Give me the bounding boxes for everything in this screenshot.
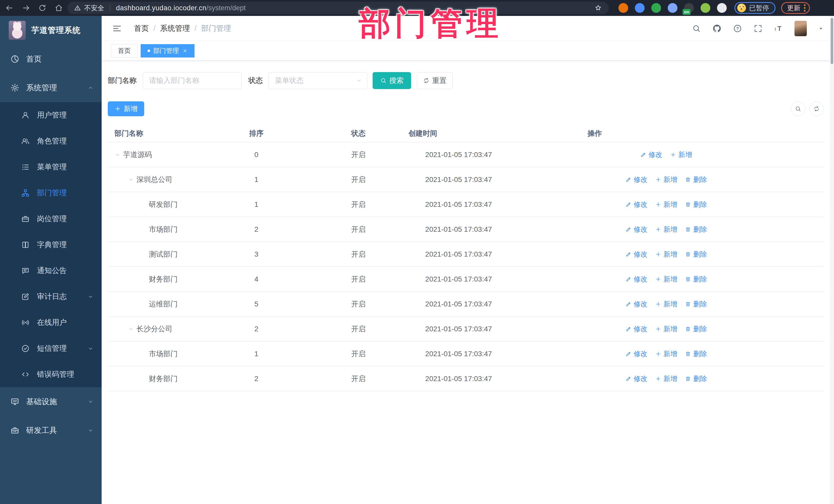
cell-created: 2021-01-05 17:03:47: [425, 225, 492, 233]
avatar-caret-down-icon[interactable]: [818, 26, 824, 31]
github-icon[interactable]: [712, 24, 722, 33]
sidebar-item-audit-log[interactable]: 审计日志: [0, 284, 102, 309]
expand-caret-icon[interactable]: [128, 326, 134, 332]
browser-home-icon[interactable]: [54, 4, 63, 12]
sidebar-item-online-users[interactable]: 在线用户: [0, 309, 102, 335]
sidebar-item-dict-management[interactable]: 字典管理: [0, 232, 102, 258]
row-action-add[interactable]: 新增: [655, 200, 677, 209]
row-action-delete[interactable]: 删除: [685, 374, 707, 384]
row-action-modify[interactable]: 修改: [626, 349, 648, 358]
tab-close-icon[interactable]: [182, 48, 188, 53]
row-action-modify[interactable]: 修改: [640, 150, 662, 159]
reset-button[interactable]: 重置: [417, 72, 453, 89]
fullscreen-icon[interactable]: [753, 24, 763, 33]
table-row: 长沙分公司2开启2021-01-05 17:03:47修改新增删除: [108, 317, 824, 342]
search-button[interactable]: 搜索: [373, 72, 411, 89]
browser-forward-icon[interactable]: [22, 4, 30, 12]
row-action-delete[interactable]: 删除: [685, 349, 707, 358]
row-action-delete[interactable]: 删除: [685, 300, 707, 309]
green-check-extension-icon[interactable]: [651, 3, 661, 13]
security-label[interactable]: 不安全: [84, 4, 104, 13]
sidebar-item-menu-management[interactable]: 菜单管理: [0, 154, 102, 180]
sidebar-item-role-management[interactable]: 角色管理: [0, 128, 102, 154]
orange-ring-extension-icon[interactable]: [618, 3, 628, 13]
green-figure-extension-icon[interactable]: [701, 3, 710, 13]
row-action-delete[interactable]: 删除: [685, 275, 707, 284]
search-icon[interactable]: [692, 24, 701, 33]
browser-reload-icon[interactable]: [38, 4, 47, 12]
show-search-button[interactable]: [791, 102, 805, 116]
expand-caret-icon[interactable]: [114, 152, 120, 158]
row-action-add[interactable]: 新增: [655, 250, 677, 259]
sidebar-item-error-code-management[interactable]: 错误码管理: [0, 361, 102, 387]
sidebar-item-infrastructure[interactable]: 基础设施: [0, 387, 102, 416]
row-action-add[interactable]: 新增: [655, 225, 677, 234]
refresh-table-button[interactable]: [809, 102, 824, 116]
cell-sort: 3: [254, 250, 258, 258]
row-action-delete[interactable]: 删除: [685, 175, 707, 184]
row-action-add[interactable]: 新增: [655, 374, 677, 384]
dept-name-input[interactable]: [143, 72, 242, 89]
breadcrumb-item[interactable]: 系统管理: [160, 23, 190, 34]
row-action-modify[interactable]: 修改: [626, 374, 648, 384]
status-select[interactable]: 菜单状态: [268, 72, 368, 89]
cell-status: 开启: [351, 200, 366, 209]
blue-gem-extension-icon[interactable]: [635, 3, 644, 13]
sidebar-item-notice-announcement[interactable]: 通知公告: [0, 258, 102, 284]
add-button[interactable]: 新增: [108, 101, 144, 116]
address-bar[interactable]: 不安全 dashboard.yudao.iocoder.cn /system/d…: [67, 2, 609, 14]
row-action-modify[interactable]: 修改: [626, 324, 648, 334]
sidebar-item-user-management[interactable]: 用户管理: [0, 102, 102, 128]
row-action-delete[interactable]: 删除: [685, 200, 707, 209]
sidebar-item-dev-tools[interactable]: 研发工具: [0, 416, 102, 445]
row-action-modify[interactable]: 修改: [626, 175, 648, 184]
sidebar-item-dept-management[interactable]: 部门管理: [0, 180, 102, 206]
status-select-placeholder: 菜单状态: [275, 76, 304, 85]
row-action-modify[interactable]: 修改: [626, 275, 648, 284]
browser-update-button[interactable]: 更新: [781, 2, 810, 14]
cell-actions: 修改新增删除: [509, 225, 824, 234]
sidebar-item-post-management[interactable]: 岗位管理: [0, 206, 102, 232]
help-icon[interactable]: ?: [733, 24, 742, 33]
row-action-add[interactable]: 新增: [655, 324, 677, 334]
sidebar-item-system-management[interactable]: 系统管理: [0, 73, 102, 102]
row-action-add[interactable]: 新增: [655, 175, 677, 184]
row-action-label: 修改: [634, 250, 648, 259]
monitor-icon: [10, 397, 20, 406]
tab-dept-management[interactable]: 部门管理: [140, 44, 195, 58]
tab-home[interactable]: 首页: [111, 44, 137, 58]
browser-menu-icon[interactable]: [804, 4, 806, 12]
blue-grid-extension-icon[interactable]: [668, 3, 678, 13]
row-action-add[interactable]: 新增: [655, 349, 677, 358]
breadcrumb-item[interactable]: 首页: [134, 23, 149, 34]
bookmark-star-icon[interactable]: [594, 4, 602, 12]
row-action-delete[interactable]: 删除: [685, 250, 707, 259]
user-avatar[interactable]: [794, 21, 807, 36]
logo-row[interactable]: 芋道管理系统: [0, 16, 102, 45]
scrollbar-thumb[interactable]: [831, 18, 833, 64]
white-figure-extension-icon[interactable]: [717, 3, 727, 13]
row-action-modify[interactable]: 修改: [626, 200, 648, 209]
url-divider: [110, 5, 110, 11]
sidebar-item-home[interactable]: 首页: [0, 45, 102, 73]
hamburger-icon[interactable]: [112, 23, 122, 34]
row-action-add[interactable]: 新增: [655, 300, 677, 309]
expand-caret-icon[interactable]: [128, 177, 134, 183]
page-scrollbar[interactable]: [830, 16, 834, 504]
row-action-modify[interactable]: 修改: [626, 225, 648, 234]
row-action-add[interactable]: 新增: [670, 150, 692, 159]
row-action-delete[interactable]: 删除: [685, 324, 707, 334]
row-action-modify[interactable]: 修改: [626, 250, 648, 259]
annotation-overlay: 部门管理: [359, 3, 502, 45]
row-action-label: 删除: [693, 175, 707, 184]
users-icon: [21, 137, 30, 146]
browser-back-icon[interactable]: [5, 4, 14, 12]
font-size-icon[interactable]: tT: [774, 24, 783, 33]
browser-profile-chip[interactable]: 已暂停: [734, 2, 775, 14]
row-action-modify[interactable]: 修改: [626, 300, 648, 309]
row-action-delete[interactable]: 删除: [685, 225, 707, 234]
dark-lines-extension-icon[interactable]: on: [684, 3, 694, 13]
sidebar-item-sms-management[interactable]: 短信管理: [0, 335, 102, 361]
table-tools: [791, 102, 824, 116]
row-action-add[interactable]: 新增: [655, 275, 677, 284]
